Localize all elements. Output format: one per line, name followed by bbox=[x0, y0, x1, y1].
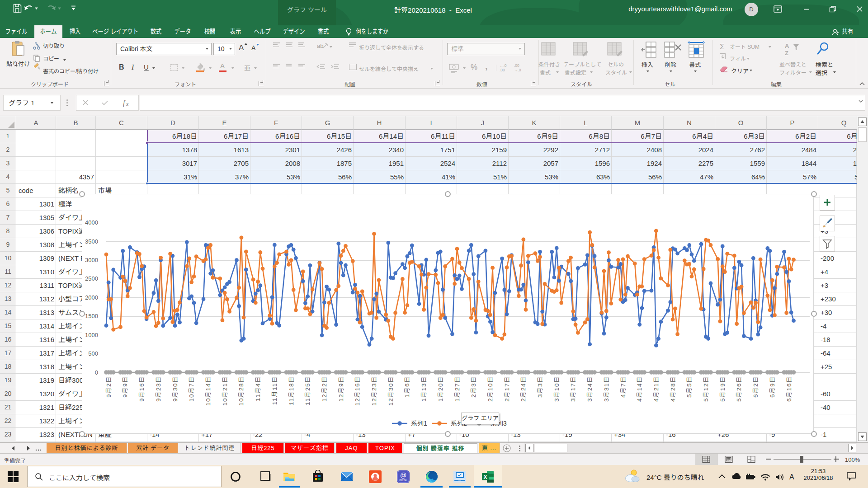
svg-text:12月16日: 12月16日 bbox=[354, 376, 361, 406]
svg-text:1000: 1000 bbox=[85, 332, 98, 338]
svg-text:9月23日: 9月23日 bbox=[155, 376, 162, 402]
svg-text:2月24日: 2月24日 bbox=[520, 376, 527, 402]
svg-text:10月7日: 10月7日 bbox=[188, 376, 195, 402]
svg-text:4月28日: 4月28日 bbox=[670, 376, 676, 402]
svg-text:0: 0 bbox=[95, 369, 98, 376]
svg-text:X: X bbox=[483, 474, 487, 480]
svg-text:.00: .00 bbox=[514, 63, 519, 68]
svg-text:9月2日: 9月2日 bbox=[105, 376, 112, 398]
svg-text:11月25日: 11月25日 bbox=[304, 376, 311, 405]
svg-text:4月21日: 4月21日 bbox=[653, 376, 660, 402]
svg-text:5月19日: 5月19日 bbox=[719, 376, 726, 402]
svg-text:2500: 2500 bbox=[85, 275, 98, 282]
svg-text:11月4日: 11月4日 bbox=[255, 376, 261, 401]
svg-text:1月13日: 1月13日 bbox=[420, 376, 427, 402]
svg-text:4000: 4000 bbox=[85, 219, 98, 226]
svg-text:1月6日: 1月6日 bbox=[404, 376, 410, 398]
svg-text:12月30日: 12月30日 bbox=[387, 376, 394, 406]
svg-text:6月16日: 6月16日 bbox=[786, 376, 793, 402]
svg-text:12月2日: 12月2日 bbox=[321, 376, 328, 402]
svg-text:5月26日: 5月26日 bbox=[736, 376, 742, 402]
svg-text:6月9日: 6月9日 bbox=[769, 376, 776, 398]
svg-text:12月9日: 12月9日 bbox=[338, 376, 344, 402]
svg-text:@: @ bbox=[400, 472, 406, 479]
svg-text:5月5日: 5月5日 bbox=[686, 376, 693, 398]
svg-text:1月20日: 1月20日 bbox=[437, 376, 444, 402]
svg-text:A: A bbox=[785, 42, 789, 49]
svg-text:3500: 3500 bbox=[85, 238, 98, 245]
svg-text:2月17日: 2月17日 bbox=[504, 376, 510, 402]
svg-text:→.0: →.0 bbox=[514, 68, 521, 72]
svg-text:Z: Z bbox=[785, 50, 788, 56]
svg-text:10月14日: 10月14日 bbox=[205, 376, 212, 406]
svg-text:A: A bbox=[789, 473, 794, 481]
svg-text:3月10日: 3月10日 bbox=[553, 376, 560, 402]
svg-text:x: x bbox=[126, 101, 129, 107]
svg-text:500: 500 bbox=[88, 350, 98, 357]
svg-text:1500: 1500 bbox=[85, 313, 98, 319]
svg-text:10月28日: 10月28日 bbox=[238, 376, 245, 406]
svg-text:3000: 3000 bbox=[85, 257, 98, 263]
svg-text:2月10日: 2月10日 bbox=[487, 376, 494, 402]
svg-text:5月12日: 5月12日 bbox=[703, 376, 709, 402]
svg-text:menu: menu bbox=[399, 479, 407, 482]
svg-text:←.0: ←.0 bbox=[500, 63, 507, 68]
svg-text:9月9日: 9月9日 bbox=[122, 376, 128, 398]
svg-text:.00: .00 bbox=[500, 68, 505, 72]
svg-text:3月31日: 3月31日 bbox=[603, 376, 610, 402]
svg-text:4月7日: 4月7日 bbox=[620, 376, 627, 398]
svg-text:6月2日: 6月2日 bbox=[752, 376, 759, 398]
svg-text:9月30日: 9月30日 bbox=[172, 376, 179, 402]
svg-text:11月11日: 11月11日 bbox=[271, 376, 278, 405]
svg-text:4月14日: 4月14日 bbox=[636, 376, 643, 402]
svg-text:12月23日: 12月23日 bbox=[371, 376, 377, 406]
svg-text:2月3日: 2月3日 bbox=[470, 376, 477, 398]
svg-text:f: f bbox=[123, 99, 126, 107]
svg-text:9月16日: 9月16日 bbox=[138, 376, 145, 402]
svg-text:3月17日: 3月17日 bbox=[570, 376, 576, 402]
svg-text:2000: 2000 bbox=[85, 294, 98, 301]
svg-text:10月21日: 10月21日 bbox=[222, 376, 228, 406]
svg-text:3月3日: 3月3日 bbox=[537, 376, 543, 398]
svg-text:11月18日: 11月18日 bbox=[288, 376, 295, 405]
svg-text:1月27日: 1月27日 bbox=[454, 376, 461, 402]
svg-text:系列1: 系列1 bbox=[411, 420, 427, 427]
svg-text:3月24日: 3月24日 bbox=[586, 376, 593, 402]
